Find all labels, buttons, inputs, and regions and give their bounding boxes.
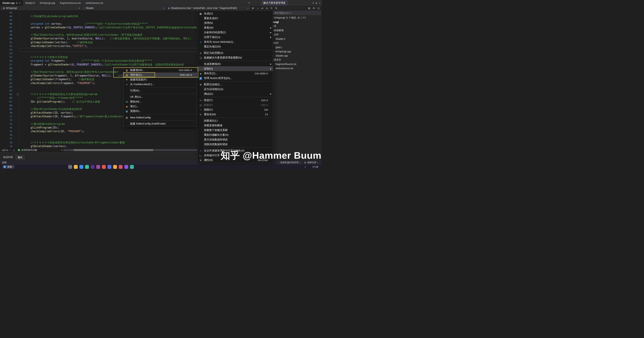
menu-item-module[interactable]: ⊞模块(M)... bbox=[124, 99, 197, 104]
menu-item-clear-browse-database-errors[interactable]: 清除浏览数据库错误 bbox=[197, 142, 273, 147]
menu-item-shortcut: F2 bbox=[265, 113, 268, 116]
line-number: 57 bbox=[0, 63, 12, 67]
taskbar-app-icon-8[interactable] bbox=[108, 165, 111, 169]
pending-changes-filter-icon[interactable]: ◎ bbox=[265, 7, 269, 9]
close-icon[interactable]: × bbox=[19, 1, 20, 4]
menu-item-rescan-solution[interactable]: 重新扫描解决方案(S) bbox=[197, 133, 273, 137]
tray-chevron-icon[interactable]: ∧ bbox=[304, 166, 306, 168]
tab-myopengl-cpp[interactable]: MYopengl.cpp bbox=[38, 0, 58, 6]
taskbar-app-icon-12[interactable] bbox=[130, 165, 134, 169]
line-number: 46 bbox=[0, 22, 12, 26]
menu-item-view[interactable]: 查看(W)▶ bbox=[197, 25, 273, 30]
menu-item-paste[interactable]: ▤粘贴(P)Ctrl+V bbox=[197, 103, 273, 107]
menu-item-build[interactable]: ▦生成(U) bbox=[197, 11, 273, 16]
menu-item-load-direct-dependencies[interactable]: 加载直接依赖项 bbox=[197, 123, 273, 128]
document-health-indicator[interactable]: ✓ 未找到相关问题 bbox=[18, 149, 37, 152]
menu-item-resource[interactable]: ▦资源(R)... bbox=[124, 109, 197, 114]
menu-item-new-solution-explorer-view[interactable]: ❏新建解决方案资源管理器视图(N) bbox=[197, 55, 273, 60]
menu-item-debug[interactable]: 调试(G)▶ bbox=[197, 92, 273, 96]
menu-item-label: 重新生成(E) bbox=[204, 17, 264, 20]
menu-item-class-wizard[interactable]: ◈类向导(Z)...Ctrl+Shift+X bbox=[197, 71, 273, 76]
taskbar-app-icon-6[interactable] bbox=[96, 165, 100, 169]
tab-list-chevron-icon[interactable]: ▾ bbox=[249, 0, 250, 6]
close-icon[interactable]: × bbox=[319, 2, 320, 4]
tab-shader-h[interactable]: Shader.h bbox=[23, 0, 38, 6]
taskbar-app-icon-10[interactable] bbox=[119, 165, 122, 169]
menu-item-cut[interactable]: ✂剪切(T)Ctrl+X bbox=[197, 98, 273, 103]
properties-icon[interactable]: ⚙ bbox=[312, 7, 316, 9]
build-icon: ▦ bbox=[200, 12, 202, 15]
preview-icon[interactable]: ❏ bbox=[316, 7, 320, 9]
chevron-down-icon[interactable]: ▾ bbox=[313, 2, 314, 4]
line-number: 52 bbox=[0, 44, 12, 48]
menu-item-load-entire-dependency-tree[interactable]: 加载整个依赖关系树 bbox=[197, 128, 273, 133]
menu-item-new-editorconfig[interactable]: ▤New EditorConfig bbox=[124, 115, 197, 120]
taskbar-app-icon-11[interactable] bbox=[124, 165, 128, 169]
solution-explorer-header[interactable]: 解决方案资源管理器 ▾× bbox=[254, 0, 322, 6]
chevron-down-icon[interactable]: ▾ bbox=[10, 149, 10, 151]
menu-item-add[interactable]: 添加(D)▶ bbox=[197, 66, 273, 71]
tab-error-list[interactable]: 错误列表 bbox=[2, 155, 15, 160]
pin-icon[interactable] bbox=[316, 2, 317, 4]
scroll-left-icon[interactable]: ◀ bbox=[61, 149, 62, 151]
pin-icon[interactable] bbox=[16, 2, 18, 4]
menu-item-manage-nuget-packages[interactable]: N管理 NuGet 程序包(N)... bbox=[197, 76, 273, 81]
menu-item-class[interactable]: ◆类(C)... bbox=[124, 104, 197, 109]
menu-item-scope-to-this[interactable]: ⊙限定为此范围(S) bbox=[197, 51, 273, 55]
menu-item-analyze-and-code-cleanup[interactable]: 分析和代码清理(Z)▶ bbox=[197, 30, 273, 35]
new-view-icon: ❏ bbox=[200, 57, 202, 59]
code-lens-icon[interactable]: ◎ bbox=[13, 149, 15, 152]
tab-output[interactable]: 输出 bbox=[16, 155, 24, 160]
menu-item-set-as-startup-project[interactable]: 设为启动项目(A) bbox=[197, 87, 273, 92]
menu-item-build-dependencies[interactable]: 生成依赖项(B)▶ bbox=[197, 62, 273, 66]
menu-item-unload-project[interactable]: 卸载项目(L) bbox=[197, 118, 273, 123]
taskbar-app-icon-5[interactable] bbox=[91, 165, 94, 169]
split-view-icon[interactable]: ⇄ bbox=[252, 7, 254, 9]
menu-item-new-filter[interactable]: ▼新建筛选器(F) bbox=[124, 77, 197, 82]
menu-item-new-editorconfig-intellicode[interactable]: 新建 EditorConfig (IntelliCode) bbox=[124, 121, 197, 126]
tab-fragmentsource-txt[interactable]: fragmentSource.txt bbox=[58, 0, 83, 6]
menu-item-project-only[interactable]: 仅用于项目(J)▶ bbox=[197, 35, 273, 40]
menu-item-publish-azure-webjob[interactable]: A发布为 Azure WebJob(J)... bbox=[197, 40, 273, 44]
tab-shader-cpp[interactable]: Shader.cpp× bbox=[0, 0, 23, 6]
taskbar-app-icon-7[interactable] bbox=[102, 165, 106, 169]
cut-icon: ✂ bbox=[200, 99, 202, 102]
menu-item-show-browse-database-errors[interactable]: 显示浏览数据库错误 bbox=[197, 137, 273, 142]
menu-item-clean[interactable]: 清理(N) bbox=[197, 21, 273, 25]
menu-item-label: 新建 EditorConfig (IntelliCode) bbox=[130, 122, 188, 125]
menu-item-rename[interactable]: ✎重命名(M)F2 bbox=[197, 112, 273, 117]
menu-item-from-cookiecutter[interactable]: ●从 Cookiecutter(C)... bbox=[124, 82, 197, 87]
existing-item-icon: ▧ bbox=[126, 74, 128, 76]
fold-collapse-icon[interactable]: − bbox=[17, 93, 19, 95]
sync-with-active-document-icon[interactable]: ⇄ bbox=[260, 7, 265, 9]
menu-item-reference[interactable]: 引用(R)... bbox=[124, 88, 197, 93]
menu-item-ue-class[interactable]: UE 类(U)... bbox=[124, 95, 197, 99]
taskbar-app-icon-3[interactable] bbox=[80, 165, 83, 169]
member-dropdown[interactable]: ◆ Shader(const char * vertexPath, const … bbox=[166, 6, 250, 10]
line-number: 66 bbox=[0, 96, 12, 100]
menu-item-new-item[interactable]: ▥新建项(W)...Ctrl+Shift+A bbox=[124, 68, 197, 72]
collapse-all-icon[interactable]: ⇅ bbox=[274, 7, 278, 9]
horizontal-scrollbar-thumb[interactable] bbox=[74, 149, 153, 151]
menu-item-remove[interactable]: ×移除(V)Del bbox=[197, 107, 273, 112]
type-dropdown[interactable]: ↓ Shader ▾ bbox=[82, 6, 166, 10]
taskbar-clock[interactable]: 17:18 bbox=[312, 166, 318, 168]
project-dropdown[interactable]: ▣ MYopengl ▾ bbox=[2, 6, 81, 10]
line-number: 49 bbox=[0, 33, 12, 37]
menu-item-label: 发布为 Azure WebJob(J)... bbox=[204, 40, 264, 44]
taskbar-app-icon-2[interactable] bbox=[74, 165, 78, 169]
menu-item-configure-startup-projects[interactable]: ⚙配置启动项目... bbox=[197, 82, 273, 87]
taskbar-app-icon-1[interactable] bbox=[68, 165, 72, 169]
taskbar-app-icon-9[interactable] bbox=[113, 165, 117, 169]
home-icon[interactable]: ⌂ bbox=[256, 7, 260, 9]
refresh-icon[interactable]: ↻ bbox=[269, 7, 274, 9]
show-all-files-icon[interactable]: ▤ bbox=[307, 7, 312, 9]
menu-item-retarget-projects[interactable]: 重定向项目(R) bbox=[197, 44, 273, 49]
taskbar-app-icon-4[interactable] bbox=[85, 165, 89, 169]
tree-item-label: MYopengl.cpp bbox=[276, 50, 291, 53]
menu-item-rebuild[interactable]: 重新生成(E) bbox=[197, 16, 273, 21]
tab-vertexsource-txt[interactable]: vertexSource.txt bbox=[83, 0, 106, 6]
zoom-level[interactable]: 100 % bbox=[2, 149, 8, 152]
menu-item-existing-item[interactable]: ▧现有项(G)...Shift+Alt+A bbox=[124, 72, 197, 77]
taskbar-search-box[interactable]: 搜索 bbox=[2, 165, 15, 169]
